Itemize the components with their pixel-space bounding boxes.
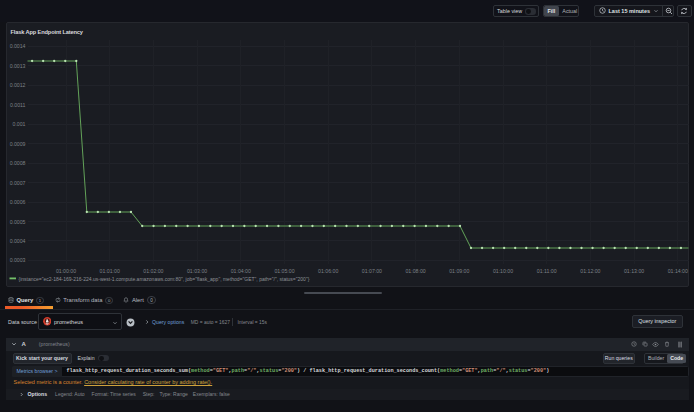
svg-text:01:06:00: 01:06:00 (318, 268, 338, 274)
svg-text:0.0011: 0.0011 (10, 102, 26, 108)
svg-text:01:13:00: 01:13:00 (624, 268, 644, 274)
svg-text:01:09:00: 01:09:00 (449, 268, 469, 274)
svg-text:0.0005: 0.0005 (10, 219, 26, 225)
svg-text:01:11:00: 01:11:00 (537, 268, 557, 274)
svg-text:01:05:00: 01:05:00 (274, 268, 294, 274)
svg-text:0.0014: 0.0014 (10, 43, 26, 49)
svg-text:0.0006: 0.0006 (10, 199, 26, 205)
svg-text:0.0004: 0.0004 (10, 238, 26, 244)
svg-text:01:07:00: 01:07:00 (362, 268, 382, 274)
svg-text:0.0012: 0.0012 (10, 82, 26, 88)
svg-text:01:12:00: 01:12:00 (580, 268, 600, 274)
svg-text:01:02:00: 01:02:00 (143, 268, 163, 274)
svg-text:01:03:00: 01:03:00 (187, 268, 207, 274)
svg-text:0.0013: 0.0013 (10, 63, 26, 69)
svg-text:01:00:00: 01:00:00 (56, 268, 76, 274)
svg-text:0.001: 0.001 (13, 121, 26, 127)
svg-text:01:14:00: 01:14:00 (668, 268, 688, 274)
svg-text:0.0007: 0.0007 (10, 180, 26, 186)
svg-text:01:08:00: 01:08:00 (405, 268, 425, 274)
svg-text:0.0008: 0.0008 (10, 160, 26, 166)
svg-text:01:10:00: 01:10:00 (493, 268, 513, 274)
svg-text:01:01:00: 01:01:00 (100, 268, 120, 274)
svg-text:0.0003: 0.0003 (10, 257, 26, 263)
svg-text:01:04:00: 01:04:00 (231, 268, 251, 274)
svg-text:0.0009: 0.0009 (10, 141, 26, 147)
